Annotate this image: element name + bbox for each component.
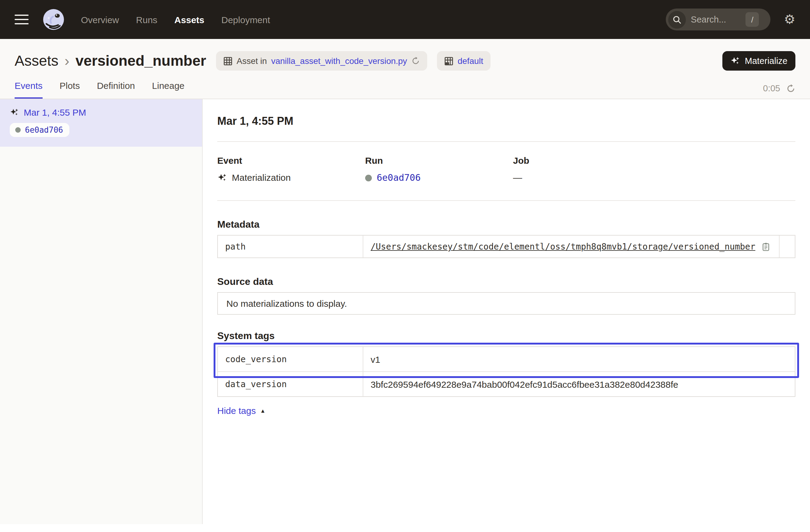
group-default-link[interactable]: default: [458, 56, 483, 66]
event-type-value: Materialization: [232, 172, 291, 182]
reload-definition-icon[interactable]: [411, 57, 420, 65]
copy-icon[interactable]: [761, 242, 771, 251]
materialize-button[interactable]: Materialize: [723, 51, 795, 70]
run-status-dot: [15, 127, 21, 133]
asset-group-icon: [444, 56, 453, 65]
hide-tags-toggle[interactable]: Hide tags ▲: [217, 405, 266, 416]
breadcrumb-separator: ›: [65, 52, 69, 69]
metadata-actions-cell: [779, 236, 795, 257]
run-status-dot: [365, 174, 372, 181]
tag-key: data_version: [218, 372, 363, 396]
asset-header: Assets › versioned_number Asset in vanil…: [0, 39, 810, 99]
job-value: —: [513, 172, 522, 182]
run-id-link[interactable]: 6e0ad706: [377, 172, 421, 183]
global-search[interactable]: /: [666, 9, 771, 30]
nav-item-deployment[interactable]: Deployment: [222, 14, 270, 25]
run-column-label: Run: [365, 155, 513, 165]
event-column-label: Event: [217, 155, 365, 165]
refresh-countdown: 0:05: [763, 83, 780, 93]
event-list-item[interactable]: Mar 1, 4:55 PM 6e0ad706: [0, 99, 202, 147]
asset-group-badge: default: [437, 51, 490, 70]
source-data-heading: Source data: [217, 276, 795, 287]
table-row: data_version 3bfc269594ef649228e9a74bab0…: [218, 371, 795, 396]
asset-definition-badge: Asset in vanilla_asset_with_code_version…: [216, 51, 427, 70]
event-timestamp: Mar 1, 4:55 PM: [24, 107, 86, 117]
caret-up-icon: ▲: [260, 407, 266, 414]
materialization-sparkle-icon: [217, 173, 227, 182]
asset-file-link[interactable]: vanilla_asset_with_code_version.py: [271, 56, 407, 66]
tab-plots[interactable]: Plots: [60, 80, 80, 99]
divider: [217, 200, 795, 201]
nav-item-overview[interactable]: Overview: [81, 14, 119, 25]
event-summary: Event Materialization Run: [217, 155, 795, 183]
system-tags-heading: System tags: [217, 331, 795, 341]
run-id: 6e0ad706: [25, 125, 63, 134]
run-badge[interactable]: 6e0ad706: [10, 123, 69, 137]
top-navbar: Overview Runs Assets Deployment / ⚙: [0, 0, 810, 39]
nav-item-assets[interactable]: Assets: [174, 14, 204, 25]
metadata-key: path: [218, 236, 363, 257]
search-input[interactable]: [691, 15, 741, 25]
tab-definition[interactable]: Definition: [97, 80, 135, 99]
search-icon: [673, 15, 682, 24]
metadata-path-link[interactable]: /Users/smackesey/stm/code/elementl/oss/t…: [371, 242, 755, 252]
dagster-logo-icon[interactable]: [42, 8, 65, 31]
divider: [217, 141, 795, 142]
table-row: path /Users/smackesey/stm/code/elementl/…: [218, 236, 795, 257]
sparkle-icon: [730, 56, 740, 66]
tab-lineage[interactable]: Lineage: [152, 80, 185, 99]
tag-value: v1: [371, 354, 380, 364]
refresh-icon[interactable]: [786, 84, 795, 93]
tab-events[interactable]: Events: [15, 80, 43, 99]
search-shortcut-key: /: [745, 12, 759, 27]
tag-value: 3bfc269594ef649228e9a74bab00f042efc91d5a…: [371, 379, 678, 389]
event-detail-panel: Mar 1, 4:55 PM Event Materialization: [202, 99, 810, 524]
system-tags-table: code_version v1 data_version 3bfc269594e…: [217, 346, 795, 397]
nav-item-runs[interactable]: Runs: [136, 14, 157, 25]
event-detail-title: Mar 1, 4:55 PM: [217, 115, 795, 128]
breadcrumb-assets-link[interactable]: Assets: [15, 52, 59, 69]
job-column-label: Job: [513, 155, 795, 165]
dagster-app: Overview Runs Assets Deployment / ⚙ Asse…: [0, 0, 810, 532]
settings-gear-icon[interactable]: ⚙: [784, 13, 795, 26]
hide-tags-label: Hide tags: [217, 405, 256, 416]
event-list-sidebar: Mar 1, 4:55 PM 6e0ad706: [0, 99, 202, 524]
tag-key: code_version: [218, 347, 363, 371]
metadata-table: path /Users/smackesey/stm/code/elementl/…: [217, 235, 795, 258]
table-row: code_version v1: [218, 347, 795, 371]
tab-bar: Events Plots Definition Lineage 0:05: [15, 80, 795, 99]
primary-nav: Overview Runs Assets Deployment: [81, 14, 270, 25]
page-title: versioned_number: [76, 52, 206, 69]
hamburger-menu-icon[interactable]: [15, 14, 29, 25]
materialize-label: Materialize: [745, 56, 788, 66]
asset-grid-icon: [223, 56, 232, 65]
breadcrumb-row: Assets › versioned_number Asset in vanil…: [15, 46, 795, 76]
metadata-heading: Metadata: [217, 219, 795, 230]
asset-in-label: Asset in: [237, 56, 267, 66]
materialization-sparkle-icon: [10, 108, 19, 117]
source-data-empty-state: No materializations to display.: [217, 292, 795, 315]
